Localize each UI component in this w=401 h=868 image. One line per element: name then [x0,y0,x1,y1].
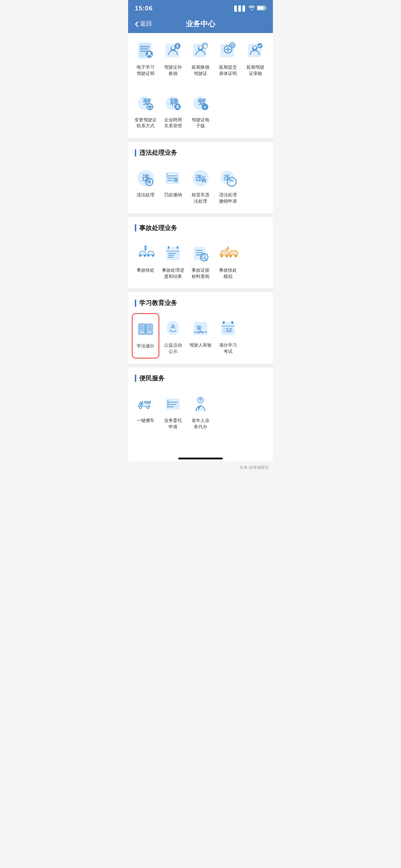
signal-icon: ▋▋▋ [234,6,247,12]
list-item[interactable]: 审 驾驶人审验 [187,313,214,358]
convenience-section-title: 便民服务 [139,374,164,383]
svg-point-123 [167,402,169,403]
icon-box [216,39,239,62]
item-label: 变更驾驶证联系方式 [134,117,157,130]
icon-box: $ [162,39,185,62]
watermark: 头条 @海城新区 [128,462,273,472]
icon-box: 🕐 [189,39,212,62]
list-item[interactable]: $ 驾驶证补换领 [159,35,187,81]
svg-text:$: $ [176,44,179,48]
list-item[interactable]: 公益活动公示 [159,313,187,358]
icon-box: 驾 e [189,92,212,115]
icon-box [134,39,157,62]
education-grid: 学法减分 公益活动公示 审 [128,311,273,364]
icon-box: ≡ ≡ [162,167,185,190]
watermark-text: 头条 @海城新区 [239,465,269,470]
item-label: 业务委托申请 [164,417,182,430]
list-item[interactable]: 12 满分学习考试 [214,313,242,358]
svg-point-86 [226,255,228,257]
item-label: 违法处理 [137,192,154,198]
list-item[interactable]: 挪 一键挪车 [132,389,159,434]
list-item[interactable]: 事故处理进度和结果 [159,238,187,284]
list-item[interactable]: 聘 企业聘用关系管理 [159,88,187,133]
svg-text:违: 违 [195,174,202,182]
convenience-grid: 挪 一键挪车 业务委托申请 [128,386,273,439]
page-title: 业务中心 [186,19,215,29]
list-item[interactable]: 老年人业务代办 [187,389,214,434]
list-item[interactable]: 事故证据材料查阅 [187,238,214,284]
item-label: 电子学习驾驶证明 [137,64,154,77]
back-button[interactable]: 返回 [135,20,152,28]
svg-rect-2 [258,7,264,10]
svg-text:e: e [204,105,206,109]
list-item[interactable]: 电子学习驾驶证明 [132,35,159,81]
list-item[interactable]: 违 租赁车违法处理 [187,163,214,208]
svg-rect-60 [202,179,206,181]
icon-box: 驾 [134,92,157,115]
list-item[interactable]: 违 违法处理 [132,163,159,208]
svg-rect-72 [168,246,169,249]
list-item[interactable]: 事故快处模拟 [214,238,242,284]
item-label: 一键挪车 [137,417,154,424]
item-label: 企业聘用关系管理 [164,117,182,130]
list-item[interactable]: 🕐 延期换领驾驶证 [187,35,214,81]
svg-text:≡: ≡ [166,174,168,178]
list-item[interactable]: 驾 e 驾驶证电子版 [187,88,214,133]
svg-point-125 [167,406,169,407]
divider [128,364,273,367]
list-item[interactable]: 违 违法处理撤销申请 [214,163,242,208]
list-item[interactable]: 延期提交身体证明 [214,35,242,81]
svg-rect-73 [177,246,178,249]
svg-point-102 [172,324,174,327]
icon-box [134,318,157,341]
icon-box [244,39,267,62]
status-time: 15:06 [135,5,153,12]
svg-rect-107 [223,321,225,324]
svg-point-68 [147,255,150,257]
item-label: 驾驶证电子版 [192,117,209,130]
section-bar [135,224,136,232]
svg-rect-92 [146,324,152,334]
accident-grid: 事故快处 事故处理进度和结果 [128,236,273,289]
list-item[interactable]: 驾 变更驾驶证联系方式 [132,88,159,133]
item-label: 事故证据材料查阅 [192,267,209,280]
icon-box: 违 [189,167,212,190]
svg-point-66 [139,255,141,257]
divider [128,138,273,142]
list-item[interactable]: ≡ ≡ 罚款缴纳 [159,163,187,208]
back-label: 返回 [140,20,152,28]
icon-box [189,392,212,415]
svg-point-115 [147,407,149,408]
svg-point-87 [229,255,232,257]
violation-section-title: 违法处理业务 [139,148,177,157]
section-bar [135,149,136,157]
license-grid-2: 驾 变更驾驶证联系方式 聘 企业聘用关系管理 [128,86,273,138]
divider [128,288,273,292]
svg-point-62 [205,181,206,183]
svg-rect-90 [139,324,145,334]
list-item[interactable]: 延期驾驶证审验 [242,35,269,81]
icon-box: 违 [134,167,157,190]
svg-point-9 [148,52,151,55]
icon-box [189,242,212,265]
content: 电子学习驾驶证明 $ 驾驶证补换领 [128,33,273,454]
item-label: 事故快处 [137,267,154,273]
item-label: 延期驾驶证审验 [247,64,264,77]
icon-box: 挪 [134,392,157,415]
nav-bar: 返回 业务中心 [128,16,273,33]
icon-box: 违 [216,167,239,190]
license-grid-1: 电子学习驾驶证明 $ 驾驶证补换领 [128,33,273,86]
svg-point-114 [140,407,141,408]
icon-box: 12 [216,317,239,340]
list-item[interactable]: 事故快处 [132,238,159,284]
svg-point-61 [202,181,203,183]
svg-point-69 [152,255,154,257]
violation-section-header: 违法处理业务 [128,142,273,161]
study-reduce-item[interactable]: 学法减分 [132,313,159,358]
item-label: 满分学习考试 [219,342,237,355]
svg-point-12 [172,46,175,49]
list-item[interactable]: 业务委托申请 [159,389,187,434]
svg-text:挪: 挪 [139,402,143,406]
svg-text:违: 违 [224,174,230,181]
icon-box [162,242,185,265]
